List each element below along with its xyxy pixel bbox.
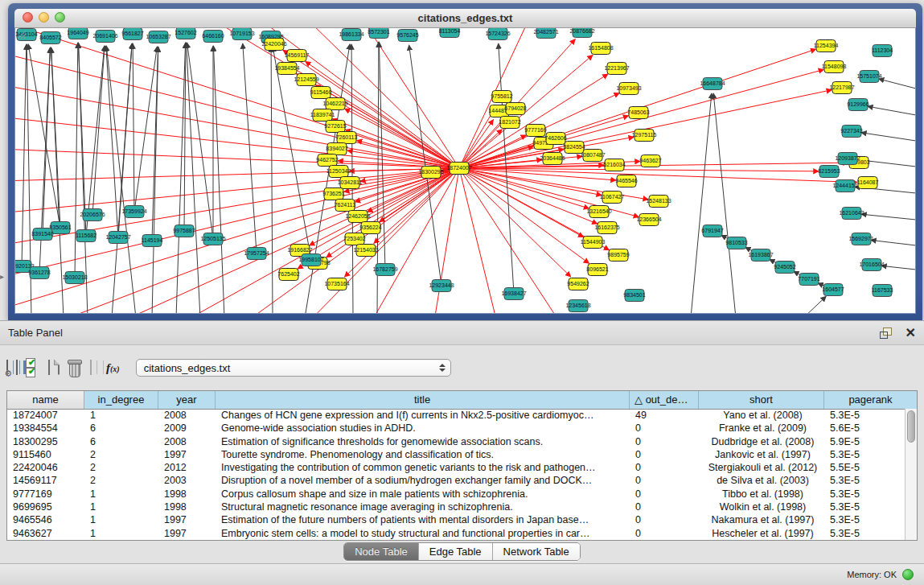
black-edge[interactable] xyxy=(75,43,78,278)
tab-node-table[interactable]: Node Table xyxy=(344,543,419,560)
memory-ok-indicator-icon[interactable] xyxy=(902,569,914,580)
tab-edge-table[interactable]: Edge Table xyxy=(419,543,493,560)
red-edge[interactable] xyxy=(368,168,459,212)
red-edge[interactable] xyxy=(459,168,571,277)
table-cell: Corpus callosum shape and size in male p… xyxy=(216,488,630,501)
node-label: 8113054 xyxy=(439,28,461,34)
table-cell: Wolkin et al. (1998) xyxy=(699,501,824,513)
table-header-row: name in_degree year title △ out_de… shor… xyxy=(7,391,917,410)
black-edge[interactable] xyxy=(803,296,826,313)
float-panel-icon[interactable] xyxy=(880,328,893,339)
table-mode-icon[interactable]: ⚙ xyxy=(6,360,8,375)
black-edge[interactable] xyxy=(86,46,105,236)
table-row[interactable]: 911546021997Tourette syndrome. Phenomeno… xyxy=(7,448,905,461)
red-edge[interactable] xyxy=(283,50,459,168)
black-edge[interactable] xyxy=(22,44,27,266)
column-header-in-degree[interactable]: in_degree xyxy=(84,391,158,409)
column-header-pagerank[interactable]: pagerank xyxy=(824,391,917,409)
table-cell: 2 xyxy=(84,474,158,487)
node-label: 17957254 xyxy=(244,250,269,256)
status-bar: Memory: OK xyxy=(0,563,924,585)
red-edge[interactable] xyxy=(112,168,459,313)
table-row[interactable]: 2242004622012Investigating the contribut… xyxy=(7,461,905,474)
row-height-icon[interactable] xyxy=(48,360,50,375)
black-edge[interactable] xyxy=(691,93,712,313)
node-label: 11067427 xyxy=(600,194,625,200)
column-header-short[interactable]: short xyxy=(699,391,824,409)
node-label: 7260113 xyxy=(336,134,358,140)
west-panel-handle-icon[interactable]: ▸ xyxy=(0,272,4,281)
column-visibility-icon[interactable] xyxy=(16,360,18,375)
resize-grip-icon[interactable] xyxy=(15,28,27,39)
row-selection-icon[interactable]: ✔ ✔ xyxy=(26,358,40,377)
new-column-icon[interactable] xyxy=(58,360,60,375)
node-label: 12444151 xyxy=(832,183,857,188)
black-edge[interactable] xyxy=(187,43,200,313)
table-row[interactable]: 1938455462009Genome-wide association stu… xyxy=(7,422,905,435)
black-edge[interactable] xyxy=(243,43,257,253)
vertical-scrollbar[interactable] xyxy=(905,409,917,540)
red-edge[interactable] xyxy=(15,168,459,278)
node-label: 7707191 xyxy=(798,276,819,282)
black-edge[interactable] xyxy=(713,93,736,313)
minimize-window-icon[interactable] xyxy=(39,12,49,23)
network-graph[interactable]: 3493104840557219640492069140695618271065… xyxy=(15,28,916,313)
column-header-year[interactable]: year xyxy=(158,391,216,409)
delete-column-icon[interactable] xyxy=(68,359,82,377)
close-panel-icon[interactable]: ✕ xyxy=(906,328,916,339)
black-edge[interactable] xyxy=(106,46,118,237)
black-edge[interactable] xyxy=(92,46,105,215)
node-label: 22420046 xyxy=(261,41,286,47)
column-header-name[interactable]: name xyxy=(7,391,84,409)
black-edge[interactable] xyxy=(861,214,916,220)
red-edge[interactable] xyxy=(459,168,498,313)
table-cell: 1 xyxy=(84,488,158,501)
black-edge[interactable] xyxy=(871,240,916,245)
table-row[interactable]: 969969511998Structural magnetic resonanc… xyxy=(7,501,905,513)
table-cell: Jankovic et al. (1997) xyxy=(699,448,824,461)
zoom-window-icon[interactable] xyxy=(55,12,65,23)
black-edge[interactable] xyxy=(868,106,916,115)
node-label: 7485063 xyxy=(627,109,649,115)
network-canvas[interactable]: 3493104840557219640492069140695618271065… xyxy=(14,28,916,314)
node-label: 16154808 xyxy=(588,45,613,51)
red-edge[interactable] xyxy=(459,168,598,224)
node-label: 9895759 xyxy=(607,252,629,257)
close-window-icon[interactable] xyxy=(23,12,33,23)
black-edge[interactable] xyxy=(879,79,916,89)
table-cell: 0 xyxy=(630,488,699,501)
black-edge[interactable] xyxy=(152,47,158,313)
node-label: 20364486 xyxy=(540,155,565,161)
column-header-title[interactable]: title xyxy=(216,391,630,409)
node-label: 9361278 xyxy=(28,270,50,275)
black-edge[interactable] xyxy=(861,133,916,141)
table-row[interactable]: 1872400712008Changes of HCN gene express… xyxy=(7,409,905,422)
table-selector[interactable]: citations_edges.txt xyxy=(136,359,451,377)
black-edge[interactable] xyxy=(213,46,224,313)
scrollbar-thumb[interactable] xyxy=(907,410,915,443)
black-edge[interactable] xyxy=(881,266,916,270)
node-label: 10653287 xyxy=(146,34,170,39)
table-row[interactable]: 946362711997Embryonic stem cells: a mode… xyxy=(7,527,905,540)
black-edge[interactable] xyxy=(133,43,134,212)
black-edge[interactable] xyxy=(176,43,186,313)
node-label: 9576245 xyxy=(396,32,418,38)
red-edge[interactable] xyxy=(459,168,589,208)
red-edge[interactable] xyxy=(15,168,459,213)
table-panel-header: Table Panel ✕ xyxy=(0,321,924,345)
table-cell: 1998 xyxy=(158,488,216,501)
table-cell: Estimation of significance thresholds fo… xyxy=(216,435,630,448)
table-row[interactable]: 977716911998Corpus callosum shape and si… xyxy=(7,488,905,501)
tab-network-table[interactable]: Network Table xyxy=(493,543,580,560)
table-row[interactable]: 946554611997Estimation of the future num… xyxy=(7,513,905,526)
black-edge[interactable] xyxy=(51,47,64,313)
table-row[interactable]: 1456911722003Disruption of a novel membe… xyxy=(7,474,905,487)
table-row[interactable]: 1830029562008Estimation of significance … xyxy=(7,435,905,448)
table-cell: de Silva et al. (2003) xyxy=(699,474,824,487)
function-builder-icon[interactable]: f(x) xyxy=(106,361,120,375)
red-edge[interactable] xyxy=(298,168,459,269)
column-header-out-degree[interactable]: △ out_de… xyxy=(630,391,699,409)
node-label: 12124559 xyxy=(294,76,318,82)
node-label: 12217987 xyxy=(829,84,854,90)
network-window-titlebar[interactable]: citations_edges.txt xyxy=(14,9,916,28)
